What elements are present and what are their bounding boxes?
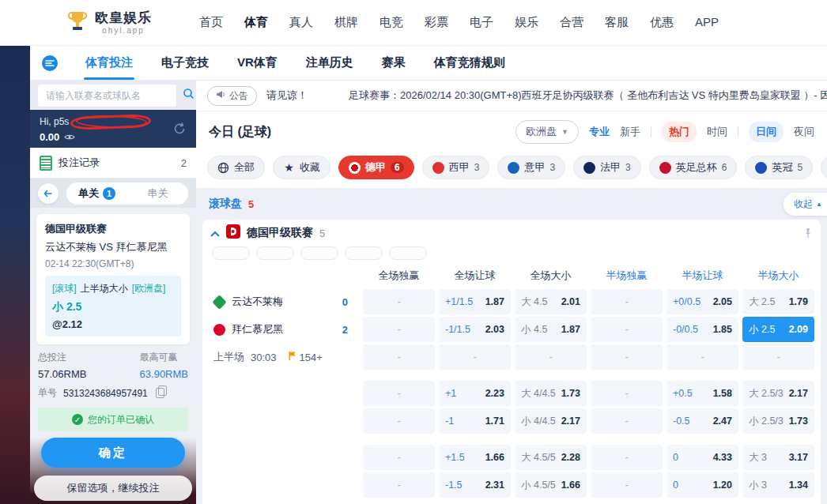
odds-cell[interactable]: 大 4.5/52.28	[515, 445, 587, 470]
odds-cell[interactable]: -11.71	[439, 408, 511, 434]
market-tab-ghost[interactable]	[345, 246, 383, 260]
odds-cell-empty[interactable]: -	[591, 445, 663, 470]
league-pill-8[interactable]: 英冠5	[745, 156, 813, 179]
top-nav-item-11[interactable]: 优惠	[650, 15, 674, 30]
odds-type-select[interactable]: 欧洲盘 ▼	[515, 120, 579, 144]
filter-2[interactable]: 新手	[620, 125, 640, 139]
top-nav-item-2[interactable]: 体育	[244, 15, 268, 30]
league-pill-1[interactable]: 全部	[207, 156, 265, 179]
filter-3[interactable]: 热门	[662, 122, 697, 142]
top-nav-item-6[interactable]: 彩票	[425, 15, 448, 30]
odds-cell[interactable]: 小 2.52.09	[742, 317, 814, 342]
odds-cell-empty[interactable]: -	[667, 344, 738, 370]
bet-records-row[interactable]: 投注记录 2	[30, 148, 196, 179]
market-tab-ghost[interactable]	[212, 246, 250, 260]
league-pill-5[interactable]: 意甲3	[497, 156, 565, 179]
market-tab-ghost[interactable]	[300, 246, 338, 260]
odds-cell[interactable]: 小 4.51.87	[515, 317, 587, 342]
odds-cell[interactable]: 小 2.5/31.73	[742, 408, 814, 434]
odds-cell[interactable]: 大 4/4.51.73	[515, 381, 587, 406]
odds-cell[interactable]: 大 2.5/32.17	[742, 381, 814, 406]
odds-cell[interactable]: 01.20	[667, 472, 738, 498]
collapse-league-icon[interactable]	[210, 226, 220, 240]
refresh-icon[interactable]	[172, 122, 187, 136]
odds-cell-empty[interactable]: -	[363, 317, 435, 342]
filter-4[interactable]: 时间	[707, 125, 727, 139]
odds-cell-empty[interactable]: -	[591, 472, 663, 498]
search-icon[interactable]	[183, 88, 194, 103]
sports-menu-icon[interactable]	[41, 55, 59, 72]
filter-1[interactable]: 专业	[589, 125, 610, 139]
top-nav-item-5[interactable]: 电竞	[380, 15, 403, 30]
back-button[interactable]	[38, 183, 59, 204]
odds-cell-empty[interactable]: -	[363, 344, 435, 370]
top-nav-item-4[interactable]: 棋牌	[334, 15, 358, 30]
sub-nav-tab-1[interactable]: 体育投注	[84, 46, 134, 80]
odds-cell-empty[interactable]: -	[591, 344, 663, 370]
odds-cell[interactable]: 大 2.51.79	[742, 289, 814, 314]
odds-cell[interactable]: +0/0.52.05	[667, 289, 738, 314]
league-pill-3[interactable]: 德甲6	[338, 156, 414, 179]
sub-nav-tab-5[interactable]: 赛果	[380, 46, 407, 80]
odds-cell-empty[interactable]: -	[363, 445, 435, 470]
league-pill-6[interactable]: 法甲3	[573, 156, 641, 179]
search-input[interactable]	[38, 85, 176, 107]
odds-cell[interactable]: 大 4.52.01	[515, 289, 587, 314]
page-title: 今日 (足球)	[209, 124, 271, 141]
brand[interactable]: 欧皇娱乐 ohyl.app	[0, 9, 152, 36]
filter-6[interactable]: 夜间	[794, 125, 814, 139]
odds-cell[interactable]: +1/1.51.87	[439, 289, 511, 314]
sub-nav-tab-6[interactable]: 体育竞猜规则	[432, 46, 507, 80]
odds-cell[interactable]: -0.52.47	[667, 408, 738, 434]
top-nav-item-1[interactable]: 首页	[199, 15, 223, 30]
sub-nav-tab-2[interactable]: 电子竞技	[160, 46, 210, 80]
top-nav-item-8[interactable]: 娱乐	[515, 15, 538, 30]
odds-cell-empty[interactable]: -	[363, 381, 435, 406]
odds-cell[interactable]: 大 33.17	[742, 445, 814, 470]
odds-cell-empty[interactable]: -	[591, 317, 663, 342]
confirm-button[interactable]: 确定	[41, 438, 185, 468]
league-pill-2[interactable]: ★收藏	[273, 156, 330, 179]
odds-cell-empty[interactable]: -	[591, 289, 663, 314]
top-nav-item-3[interactable]: 真人	[289, 15, 313, 30]
odds-cell-empty[interactable]: -	[439, 344, 511, 370]
odds-cell[interactable]: 小 4.5/51.66	[515, 472, 587, 498]
odds-cell-empty[interactable]: -	[591, 408, 663, 434]
top-nav-item-12[interactable]: APP	[695, 15, 719, 30]
odds-cell-empty[interactable]: -	[515, 344, 587, 370]
copy-icon[interactable]	[156, 388, 164, 398]
top-nav-item-10[interactable]: 客服	[605, 15, 629, 30]
market-tab-ghost[interactable]	[256, 246, 294, 260]
league-pill-4[interactable]: 西甲3	[422, 156, 490, 179]
odds-cell-empty[interactable]: -	[363, 289, 435, 314]
odds-cell[interactable]: 04.33	[667, 445, 738, 470]
odds-cell[interactable]: +1.51.66	[439, 445, 511, 470]
odds-cell[interactable]: 小 4/4.52.17	[515, 408, 587, 434]
top-nav-item-9[interactable]: 合营	[560, 15, 583, 30]
filter-5[interactable]: 日间	[749, 122, 784, 142]
odds-cell[interactable]: +0.51.58	[667, 381, 738, 406]
tab-single-bet[interactable]: 单关 1	[66, 186, 127, 201]
screen: 欧皇娱乐 ohyl.app 首页体育真人棋牌电竞彩票电子娱乐合营客服优惠APP …	[0, 0, 827, 504]
odds-cell-empty[interactable]: -	[363, 472, 435, 498]
sub-nav-tab-3[interactable]: VR体育	[236, 46, 279, 80]
odds-cell[interactable]: -1/1.52.03	[439, 317, 511, 342]
sub-nav-tab-4[interactable]: 注单历史	[304, 46, 355, 80]
odds-cell[interactable]: +12.23	[439, 381, 511, 406]
market-tab-ghost[interactable]	[389, 246, 427, 260]
pin-icon[interactable]	[803, 228, 813, 239]
odds-cell-empty[interactable]: -	[742, 344, 814, 370]
keep-selection-button[interactable]: 保留选项，继续投注	[34, 476, 192, 501]
bet-market-box: [滚球] 上半场大小 [欧洲盘] 小 2.5 @2.12	[45, 276, 181, 337]
odds-cell[interactable]: -1.52.31	[439, 472, 511, 498]
top-nav-item-7[interactable]: 电子	[470, 15, 493, 30]
tab-parlay-bet[interactable]: 串关	[127, 186, 188, 201]
odds-cell[interactable]: -0/0.51.85	[667, 317, 738, 342]
eye-icon[interactable]	[64, 131, 75, 143]
league-pill-9[interactable]: 葡超3	[821, 156, 827, 179]
odds-cell-empty[interactable]: -	[363, 408, 435, 434]
odds-cell[interactable]: 小 31.34	[742, 472, 814, 498]
league-pill-7[interactable]: 英足总杯6	[649, 156, 738, 179]
collapse-button[interactable]: 收起 ▲	[784, 193, 827, 216]
odds-cell-empty[interactable]: -	[591, 381, 663, 406]
